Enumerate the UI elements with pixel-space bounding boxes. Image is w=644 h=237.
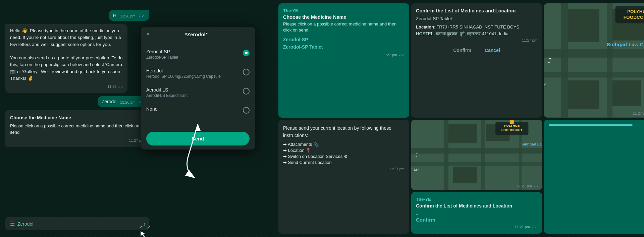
received-hello-time: 11:26 pm <box>107 84 123 90</box>
instruction-item-2: ➡ Location 📍 <box>283 148 405 153</box>
large-map-share-button[interactable]: ⤴ <box>548 57 551 64</box>
small-map-card: POLYHUB FOODCOURT Sinhgad Law College HU… <box>411 120 542 190</box>
confirm-time: 11:27 pm <box>522 38 537 42</box>
bottom-teal-card: The-YE Confirm the List of Medicines and… <box>411 192 542 234</box>
modal-options-list: Zerodol-SP Zerodol-SP Tablet Herodol Her… <box>141 42 255 120</box>
svg-rect-25 <box>544 49 644 58</box>
medicine-option-zerodol-sp-tablet[interactable]: Zerodol-SP Tablet <box>283 43 405 51</box>
bottom-teal-sender: The-YE <box>416 197 537 202</box>
bottom-teal-title: Confirm the List of Medicines and Locati… <box>416 203 537 209</box>
col3-partial-bar <box>549 124 633 126</box>
list-icon: ☰ <box>10 221 15 227</box>
sent-hi-bubble: Hi 11:26 pm ✓✓ <box>109 10 149 21</box>
instruction-item-1: ➡ Attachments 📎 <box>283 142 405 147</box>
right-card-body: Please click on a possible correct medic… <box>283 21 405 33</box>
svg-text:POLYHUB: POLYHUB <box>627 9 644 14</box>
right-card-time: 11:27 pm <box>382 53 397 57</box>
svg-rect-33 <box>612 80 641 106</box>
sent-hi-time: 11:26 pm <box>120 14 136 18</box>
cursor-indicator: ↗ ↑ ↗ <box>137 223 152 237</box>
svg-text:HULE NAGAR: HULE NAGAR <box>544 81 546 87</box>
svg-rect-8 <box>411 162 542 166</box>
modal-close-button[interactable]: × <box>146 31 150 38</box>
bottom-teal-confirm: Confirm <box>416 217 537 223</box>
option-herodol-name: Herodol <box>146 68 239 73</box>
zerodol-btn-text: Zerodol <box>17 221 33 227</box>
svg-marker-3 <box>141 231 146 237</box>
option-zerodol-sp[interactable]: Zerodol-SP Zerodol-SP Tablet <box>141 45 255 64</box>
choose-medicine-card-body: Please click on a possible correct medic… <box>10 123 144 136</box>
option-aerodil-ls-subtitle: Aerodil-LS Expectorant <box>146 93 239 98</box>
zerodol-list-button[interactable]: ☰ Zerodol ↗ ↑ ↗ <box>5 217 149 230</box>
option-herodol-subtitle: Herodol SP 100mg/325mg/15mg Capsule <box>146 74 239 79</box>
checkmarks-hi: ✓✓ <box>138 13 145 18</box>
confirm-medicine: Zerodol-SP Tablet <box>416 16 537 21</box>
svg-rect-26 <box>544 72 644 77</box>
bottom-teal-time: 11:27 pm <box>515 225 530 229</box>
instruction-item-4: ➡ Send Current Location <box>283 160 405 165</box>
svg-point-18 <box>509 120 514 124</box>
confirm-actions: Confirm Cancel <box>416 46 537 54</box>
choose-medicine-card: Choose the Medicine Name Please click on… <box>5 110 149 147</box>
large-map-time: 11:27 pm✓✓ <box>633 111 644 116</box>
svg-rect-12 <box>448 124 477 143</box>
instruction-item-3: ➡ Switch on Location Services ⚙ <box>283 154 405 159</box>
modal-header: × *Zerodol* <box>141 27 255 42</box>
col3-row2-partial-card <box>544 120 644 234</box>
option-zerodol-sp-name: Zerodol-SP <box>146 49 239 54</box>
received-hello-bubble: Hello 👋! Please type in the name of the … <box>5 24 127 93</box>
instructions-card: Please send your current location by fol… <box>278 120 409 234</box>
radio-zerodol-sp[interactable] <box>243 50 250 56</box>
svg-rect-30 <box>568 9 599 42</box>
right-card-title: Choose the Medicine Name <box>283 14 405 20</box>
sent-zerodol-text: Zerodol <box>102 99 117 104</box>
right-card-sender: The-YE <box>283 8 405 13</box>
right-card-checks: ✓✓ <box>398 53 405 57</box>
confirm-button[interactable]: Confirm <box>449 46 475 54</box>
option-aerodil-ls-name: Aerodil-LS <box>146 87 239 93</box>
svg-text:FOODCOURT: FOODCOURT <box>501 128 523 131</box>
map-share-button[interactable]: ⤴ <box>415 151 418 158</box>
bottom-teal-checks: ✓✓ <box>531 225 537 229</box>
svg-rect-32 <box>568 80 599 109</box>
option-none-name: None <box>146 106 239 112</box>
medicine-option-zerodol-sp[interactable]: Zerodol-SP <box>283 36 405 43</box>
modal-scroll-indicator: — <box>141 120 255 128</box>
svg-text:FOODCOURT: FOODCOURT <box>624 15 644 20</box>
confirm-medicines-card: Confirm the List of Medicines and Locati… <box>411 3 542 118</box>
svg-rect-7 <box>411 148 542 154</box>
radio-herodol[interactable] <box>243 69 250 75</box>
bottom-teal-dots: ... <box>416 211 537 216</box>
large-map-card: POLYHUB FOODCOURT Sinhgad Law College HU… <box>544 3 644 118</box>
radio-aerodil-ls[interactable] <box>243 88 250 95</box>
right-choose-medicine-card: The-YE Choose the Medicine Name Please c… <box>278 3 409 118</box>
small-map-time: 11:27 pm✓✓ <box>517 184 539 188</box>
confirm-title: Confirm the List of Medicines and Locati… <box>416 8 537 13</box>
cancel-button[interactable]: Cancel <box>481 46 504 54</box>
svg-rect-28 <box>607 3 612 118</box>
received-hello-text: Hello 👋! Please type in the name of the … <box>10 27 123 82</box>
svg-text:↗: ↗ <box>139 224 143 230</box>
col2-row2-stack: POLYHUB FOODCOURT Sinhgad Law College HU… <box>411 120 542 234</box>
confirm-location: Location: FR7J+RR5 SINHAGAD INSTITUTE BO… <box>416 24 537 37</box>
modal-title: *Zerodol* <box>150 32 243 37</box>
option-zerodol-sp-subtitle: Zerodol-SP Tablet <box>146 55 239 60</box>
instructions-title: Please send your current location by fol… <box>283 124 405 139</box>
svg-text:↗: ↗ <box>147 224 151 230</box>
svg-text:Sinhgad Law College: Sinhgad Law College <box>607 42 644 47</box>
option-none[interactable]: None <box>141 102 255 118</box>
option-aerodil-ls[interactable]: Aerodil-LS Aerodil-LS Expectorant <box>141 83 255 102</box>
option-herodol[interactable]: Herodol Herodol SP 100mg/325mg/15mg Caps… <box>141 64 255 83</box>
right-section: The-YE Choose the Medicine Name Please c… <box>275 0 644 237</box>
modal-send-button[interactable]: Send <box>146 132 250 145</box>
svg-text:Sinhgad Law College: Sinhgad Law College <box>521 142 542 146</box>
sent-zerodol-time: 11:26 pm <box>120 100 136 104</box>
svg-rect-14 <box>453 167 477 183</box>
choose-medicine-card-title: Choose the Medicine Name <box>10 114 144 121</box>
svg-rect-10 <box>481 120 485 190</box>
medicine-select-modal: × *Zerodol* Zerodol-SP Zerodol-SP Tablet… <box>141 27 255 150</box>
location-label: Location <box>416 24 434 29</box>
sent-hi-text: Hi <box>113 13 117 18</box>
radio-none[interactable] <box>243 107 250 114</box>
instructions-time: 11:27 pm <box>389 167 405 171</box>
